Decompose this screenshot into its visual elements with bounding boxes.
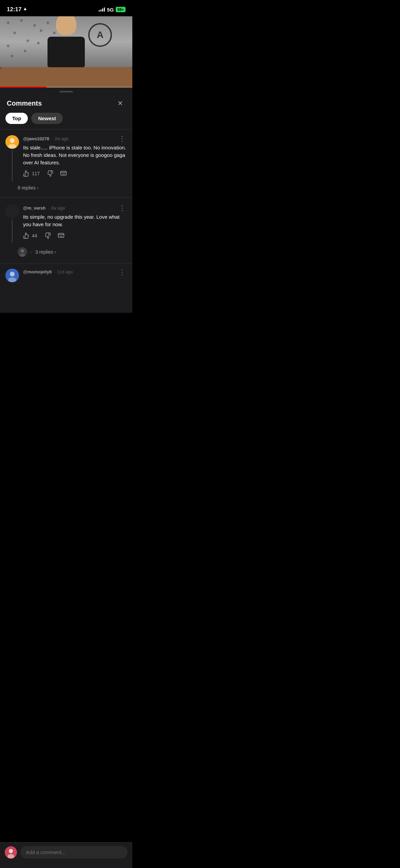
comments-title: Comments <box>7 100 42 107</box>
background-logo: A <box>88 23 112 47</box>
location-icon <box>23 7 27 12</box>
comments-sheet: Comments ✕ Top Newest <box>0 92 132 313</box>
comment-author-1: @jaws10278 <box>23 136 49 141</box>
like-count-1: 117 <box>32 171 40 176</box>
video-progress-bar[interactable] <box>0 87 132 88</box>
status-bar: 12:17 5G 98+ <box>0 0 132 16</box>
dislike-button-1[interactable] <box>46 170 53 177</box>
author-row-1: @jaws10278 · 2w ago <box>23 136 69 141</box>
bottom-spacer <box>0 282 132 313</box>
comment-actions-2: 44 <box>23 232 127 239</box>
replies-label-2[interactable]: 3 replies › <box>35 249 56 255</box>
like-button-1[interactable]: 117 <box>23 170 40 177</box>
comment-meta-peek: @momojelly8 · 11d ago ⋮ <box>23 269 127 275</box>
like-icon-1 <box>23 170 30 177</box>
comment-item-2: @m_varsh · 2w ago ⋮ Its simple, no upgra… <box>0 199 132 243</box>
svg-rect-4 <box>58 233 64 237</box>
more-options-2[interactable]: ⋮ <box>117 204 127 211</box>
avatar-jaws10278 <box>5 135 19 149</box>
svg-point-9 <box>10 272 15 276</box>
comment-time-val-1: 2w ago <box>55 136 69 141</box>
dislike-button-2[interactable] <box>44 232 51 239</box>
signal-bars <box>99 7 105 12</box>
reply-avatar-2 <box>18 247 27 257</box>
replies-label-1[interactable]: 8 replies › <box>18 185 38 191</box>
comment-time-val-2: 2w ago <box>51 205 65 211</box>
tab-newest[interactable]: Newest <box>31 113 63 124</box>
avatar-mvarsh <box>5 204 19 218</box>
replies-row-1[interactable]: 8 replies › <box>0 181 132 197</box>
dot-sep-2: · <box>31 249 32 255</box>
reply-icon-1 <box>60 170 67 177</box>
reply-button-1[interactable] <box>60 170 67 177</box>
comments-header: Comments ✕ <box>0 92 132 113</box>
thread-line-2 <box>12 219 13 243</box>
network-label: 5G <box>107 7 114 13</box>
video-person <box>47 16 85 67</box>
comment-actions-1: 117 <box>23 170 127 177</box>
more-options-peek[interactable]: ⋮ <box>117 269 127 275</box>
dislike-icon-1 <box>46 170 53 177</box>
comment-author-peek: @momojelly8 <box>23 269 52 274</box>
divider-2 <box>0 197 132 198</box>
comment-time-peek: 11d ago <box>57 269 73 274</box>
comment-text-1: Its stale..... iPhone is stale too. No i… <box>23 144 127 166</box>
author-row-2: @m_varsh · 2w ago <box>23 205 65 211</box>
like-button-2[interactable]: 44 <box>23 232 37 239</box>
battery-badge: 98+ <box>116 7 126 12</box>
author-row-peek: @momojelly8 · 11d ago <box>23 269 73 274</box>
comment-time-1: · <box>51 136 53 141</box>
comments-list: @jaws10278 · 2w ago ⋮ Its stale..... iPh… <box>0 130 132 282</box>
comment-body-1: @jaws10278 · 2w ago ⋮ Its stale..... iPh… <box>23 135 127 181</box>
comment-text-2: Its simple, no upgrade this year. Love w… <box>23 213 127 228</box>
reply-button-2[interactable] <box>58 232 64 239</box>
comment-body-peek: @momojelly8 · 11d ago ⋮ <box>23 269 127 282</box>
thread-line-container-2 <box>5 204 19 243</box>
sep-2: · <box>47 205 49 211</box>
replies-row-2[interactable]: · 3 replies › <box>0 243 132 264</box>
video-player[interactable]: A <box>0 16 132 88</box>
video-thumbnail: A <box>0 16 132 88</box>
svg-point-1 <box>10 138 15 143</box>
comment-item-peek: @momojelly8 · 11d ago ⋮ <box>0 264 132 282</box>
status-time: 12:17 <box>7 6 27 13</box>
like-icon-2 <box>23 232 30 239</box>
comment-meta-2: @m_varsh · 2w ago ⋮ <box>23 204 127 211</box>
chevron-right-1: › <box>37 185 38 190</box>
video-progress-fill <box>0 87 46 88</box>
comment-author-2: @m_varsh <box>23 205 45 211</box>
tab-top[interactable]: Top <box>5 113 28 124</box>
thread-line-1 <box>12 150 13 181</box>
close-button[interactable]: ✕ <box>115 98 126 109</box>
dislike-icon-2 <box>44 232 51 239</box>
status-right: 5G 98+ <box>99 7 126 13</box>
comment-meta-1: @jaws10278 · 2w ago ⋮ <box>23 135 127 142</box>
more-options-1[interactable]: ⋮ <box>117 135 127 142</box>
sort-tabs: Top Newest <box>0 113 132 129</box>
svg-rect-3 <box>61 171 66 176</box>
comment-body-2: @m_varsh · 2w ago ⋮ Its simple, no upgra… <box>23 204 127 243</box>
chevron-right-2: › <box>55 250 56 254</box>
sheet-handle <box>59 91 73 92</box>
svg-point-6 <box>21 249 24 253</box>
comment-item: @jaws10278 · 2w ago ⋮ Its stale..... iPh… <box>0 130 132 181</box>
sheet-handle-area <box>0 88 132 92</box>
reply-icon-2 <box>58 232 64 239</box>
like-count-2: 44 <box>32 233 37 238</box>
thread-line-container-1 <box>5 135 19 181</box>
avatar-momojelly <box>5 269 19 282</box>
sep-peek: · <box>54 269 55 274</box>
